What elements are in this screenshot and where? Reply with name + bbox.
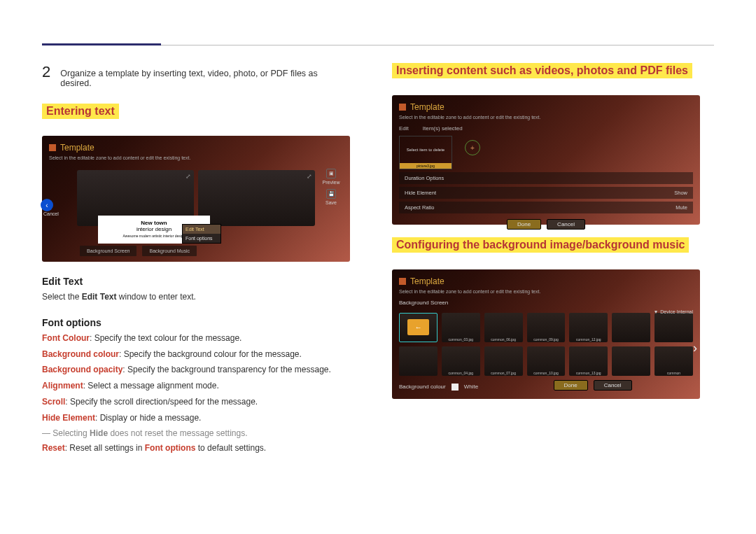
thumbnail[interactable]: common_06.jpg [484, 313, 523, 342]
thumbnail[interactable]: common_07.jpg [484, 346, 523, 376]
kw: Font Colour [42, 333, 90, 343]
select-item-caption: picture3.jpg [400, 163, 451, 169]
line-bg-colour: Background colour: Specify the backgroun… [42, 349, 350, 360]
t: does not reset the message settings. [108, 428, 247, 438]
lbl: Duration Options [405, 175, 444, 181]
line-hide: Hide Element: Display or hide a message. [42, 412, 350, 424]
val: Show [674, 190, 687, 196]
edit-label[interactable]: Edit [399, 125, 409, 132]
template-desc: Select in the editable zone to add conte… [49, 155, 343, 160]
colour-swatch[interactable] [451, 384, 458, 391]
next-arrow-icon[interactable]: › [693, 341, 697, 356]
lbl: Aspect Ratio [405, 204, 435, 211]
thumbnail[interactable] [612, 313, 650, 342]
cancel-button[interactable]: Cancel [594, 380, 632, 391]
expand-icon[interactable]: ⤢ [186, 173, 191, 180]
thumbnail-selected[interactable]: ← [399, 313, 438, 342]
save-button[interactable]: 💾 [326, 189, 336, 199]
cancel-label: Cancel [43, 211, 59, 216]
kw: Hide [90, 428, 108, 438]
kw: Edit Text [82, 292, 117, 302]
kw: Scroll [42, 397, 65, 407]
row-hide-element[interactable]: Hide ElementShow [399, 187, 693, 199]
heading-font-options: Font options [42, 317, 350, 328]
thumbnail[interactable] [654, 313, 693, 342]
t: window to enter text. [116, 292, 195, 302]
template-title: Template [410, 276, 444, 286]
t: : Select a message alignment mode. [83, 381, 219, 391]
chevron-down-icon: ▾ [654, 309, 657, 315]
device-dropdown[interactable]: ▾ Device Internal [654, 309, 693, 315]
template-title: Template [410, 102, 444, 112]
template-icon [399, 104, 406, 111]
select-item-label: Select item to delete [400, 136, 451, 163]
t: : Display or hide a message. [95, 413, 201, 423]
step-text: Organize a template by inserting text, v… [60, 63, 350, 88]
note-hide: ― Selecting Hide does not reset the mess… [42, 428, 350, 438]
header-accent [42, 43, 161, 45]
kw: Reset [42, 443, 65, 453]
tab-background-music[interactable]: Background Music [142, 246, 197, 256]
thumbnail-grid: ← common_03.jpg common_06.jpg common_09.… [399, 313, 693, 376]
items-selected: Item(s) selected [423, 125, 463, 132]
header-line [161, 45, 714, 45]
line-alignment: Alignment: Select a message alignment mo… [42, 380, 350, 392]
thumbnail[interactable]: common_13.jpg [569, 346, 608, 376]
tab-background-screen[interactable]: Background Screen [80, 246, 136, 256]
thumbnail[interactable] [399, 346, 438, 376]
kw: Font options [145, 443, 196, 453]
template-icon [49, 144, 56, 151]
template-desc: Select in the editable zone to add conte… [399, 115, 693, 120]
menu-font-options[interactable]: Font options [183, 234, 220, 243]
thumbnail[interactable]: common_12.jpg [569, 313, 608, 342]
row-duration[interactable]: Duration Options [399, 172, 693, 184]
thumbnail[interactable] [612, 346, 650, 376]
step-row: 2 Organize a template by inserting text,… [42, 63, 350, 88]
row-aspect-ratio[interactable]: Aspect RatioMute [399, 202, 693, 213]
add-button[interactable]: + [465, 140, 480, 155]
kw: Background colour [42, 349, 119, 359]
line-reset: Reset: Reset all settings in Font option… [42, 442, 350, 454]
thumbnail[interactable]: common_10.jpg [527, 346, 566, 376]
save-label: Save [326, 200, 337, 205]
menu-edit-text[interactable]: Edit Text [183, 225, 220, 234]
header-rule [42, 43, 714, 45]
content-panel[interactable]: ⤢ [198, 170, 315, 226]
preview-button[interactable]: ▣ [326, 169, 336, 178]
heading-entering-text: Entering text [42, 104, 119, 119]
screenshot-inserting-content: Template Select in the editable zone to … [392, 95, 700, 225]
t: : Specify the scroll direction/speed for… [65, 397, 258, 407]
done-button[interactable]: Done [507, 219, 541, 230]
step-number: 2 [42, 63, 50, 81]
kw: Background opacity [42, 365, 122, 374]
t: Select the [42, 292, 82, 302]
t: : Specify the text colour for the messag… [90, 333, 241, 343]
select-item-box[interactable]: Select item to delete picture3.jpg [399, 136, 452, 169]
heading-configuring-bg: Configuring the background image/backgro… [392, 237, 689, 253]
t: : Specify the background colour for the … [119, 349, 302, 359]
done-button[interactable]: Done [554, 380, 588, 391]
template-icon [399, 278, 406, 285]
t: Selecting [52, 428, 90, 438]
left-column: 2 Organize a template by inserting text,… [42, 63, 350, 458]
thumbnail[interactable]: common_04.jpg [442, 346, 480, 376]
screenshot-entering-text: Template Select in the editable zone to … [42, 136, 350, 262]
t: : Specify the background transparency fo… [122, 365, 331, 374]
thumbnail[interactable]: common_09.jpg [527, 313, 566, 342]
back-button[interactable]: ‹ [41, 199, 53, 211]
edit-text-body: Select the Edit Text window to enter tex… [42, 291, 350, 303]
thumbnail[interactable]: common_03.jpg [442, 313, 480, 342]
t: to default settings. [195, 443, 266, 453]
val: Mute [676, 204, 687, 211]
line-font-colour: Font Colour: Specify the text colour for… [42, 332, 350, 344]
expand-icon[interactable]: ⤢ [307, 173, 312, 180]
line-bg-opacity: Background opacity: Specify the backgrou… [42, 364, 350, 376]
cancel-button[interactable]: Cancel [547, 219, 585, 230]
thumbnail[interactable]: common [654, 346, 693, 376]
bg-colour-label: Background colour [399, 384, 446, 390]
template-desc: Select in the editable zone to add conte… [399, 289, 693, 294]
line-scroll: Scroll: Specify the scroll direction/spe… [42, 396, 350, 408]
template-title: Template [60, 143, 94, 153]
preview-label: Preview [323, 180, 340, 185]
heading-inserting-content: Inserting content such as videos, photos… [392, 63, 692, 78]
